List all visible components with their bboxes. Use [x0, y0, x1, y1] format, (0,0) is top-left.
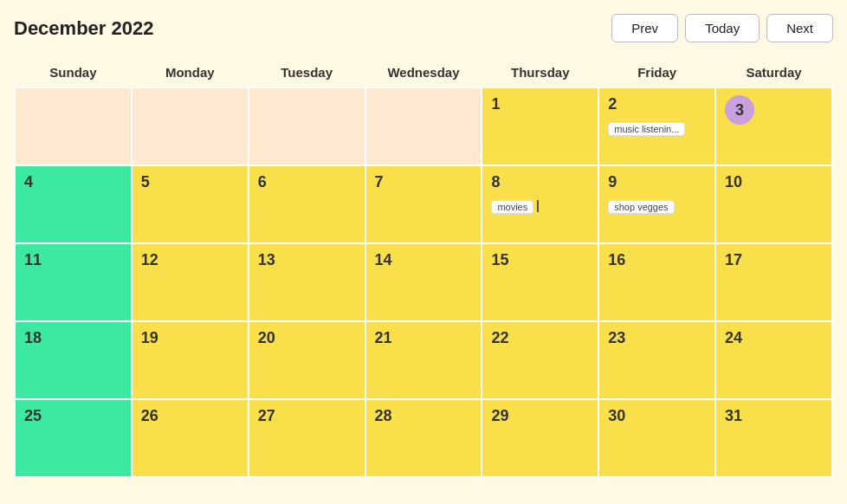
day-number: 12 [141, 251, 158, 268]
day-number: 10 [725, 173, 742, 191]
day-number: 11 [24, 251, 42, 268]
calendar-cell[interactable]: 1 [482, 87, 598, 165]
day-number: 20 [258, 329, 275, 346]
calendar-cell[interactable]: 7 [365, 165, 482, 243]
day-number: 1 [491, 95, 500, 113]
day-number: 28 [375, 407, 392, 424]
weekday-label-wednesday: Wednesday [365, 58, 482, 87]
day-number: 8 [491, 173, 500, 191]
calendar-cell[interactable] [132, 87, 249, 165]
day-number: 7 [375, 173, 384, 191]
calendar-cell[interactable]: 19 [132, 321, 249, 399]
calendar-cell[interactable]: 14 [365, 243, 482, 321]
calendar-cell[interactable]: 29 [482, 399, 598, 477]
weekday-label-sunday: Sunday [15, 58, 132, 87]
calendar-cell[interactable]: 2music listenin... [598, 87, 715, 165]
calendar-cell[interactable]: 18 [15, 321, 132, 399]
calendar-cell[interactable]: 25 [15, 399, 132, 477]
day-number: 18 [24, 329, 42, 346]
calendar-cell[interactable]: 10 [715, 165, 832, 243]
calendar-cell[interactable]: 16 [598, 243, 715, 321]
calendar-cell[interactable] [15, 87, 132, 165]
day-number: 19 [141, 329, 158, 346]
next-button[interactable]: Next [766, 14, 833, 42]
day-number: 2 [608, 95, 617, 113]
day-number: 6 [258, 173, 267, 191]
event-tag[interactable]: music listenin... [608, 122, 685, 136]
calendar-cell[interactable]: 3 [715, 87, 832, 165]
calendar-cell[interactable]: 20 [249, 321, 365, 399]
day-number: 4 [24, 173, 33, 191]
day-number: 15 [491, 251, 508, 268]
today-button[interactable]: Today [685, 14, 760, 42]
calendar-cell[interactable] [249, 87, 365, 165]
day-number: 26 [141, 407, 158, 424]
day-number: 14 [375, 251, 392, 268]
day-number: 9 [608, 173, 617, 191]
calendar-cell[interactable]: 13 [249, 243, 365, 321]
day-number: 29 [491, 407, 508, 424]
weekday-label-thursday: Thursday [482, 58, 598, 87]
calendar-cell[interactable]: 26 [132, 399, 249, 477]
events-container: movies [491, 195, 589, 215]
calendar-cell[interactable]: 31 [715, 399, 832, 477]
calendar-cell[interactable]: 17 [715, 243, 832, 321]
day-number: 24 [725, 329, 742, 346]
day-number: 31 [725, 407, 742, 424]
day-number: 21 [375, 329, 392, 346]
calendar-cell[interactable] [365, 87, 482, 165]
calendar-table: SundayMondayTuesdayWednesdayThursdayFrid… [14, 58, 833, 478]
calendar-cell[interactable]: 8movies [482, 165, 598, 243]
calendar-cell[interactable]: 6 [249, 165, 365, 243]
day-number: 13 [258, 251, 275, 268]
calendar-cell[interactable]: 24 [715, 321, 832, 399]
event-tag[interactable]: shop vegges [608, 200, 674, 214]
calendar-cell[interactable]: 27 [249, 399, 365, 477]
cursor-indicator [537, 200, 544, 212]
calendar-cell[interactable]: 9shop vegges [598, 165, 715, 243]
calendar-cell[interactable]: 4 [15, 165, 132, 243]
calendar-cell[interactable]: 30 [598, 399, 715, 477]
weekday-label-saturday: Saturday [715, 58, 832, 87]
calendar-header: December 2022 Prev Today Next [14, 14, 833, 42]
calendar-cell[interactable]: 15 [482, 243, 598, 321]
weekday-label-tuesday: Tuesday [249, 58, 365, 87]
day-number: 17 [725, 251, 742, 268]
weekday-label-friday: Friday [598, 58, 715, 87]
weekday-label-monday: Monday [132, 58, 249, 87]
calendar-cell[interactable]: 22 [482, 321, 598, 399]
calendar-cell[interactable]: 21 [365, 321, 482, 399]
calendar-cell[interactable]: 5 [132, 165, 249, 243]
calendar-cell[interactable]: 11 [15, 243, 132, 321]
events-container: shop vegges [608, 195, 706, 215]
day-number: 22 [491, 329, 508, 346]
day-number: 5 [141, 173, 150, 191]
events-container: music listenin... [608, 117, 706, 137]
day-number: 30 [608, 407, 625, 424]
event-tag[interactable]: movies [491, 200, 533, 214]
day-number: 23 [608, 329, 625, 346]
day-number: 25 [24, 407, 42, 424]
day-number: 27 [258, 407, 275, 424]
calendar-cell[interactable]: 28 [365, 399, 482, 477]
calendar-cell[interactable]: 12 [132, 243, 249, 321]
prev-button[interactable]: Prev [611, 14, 678, 42]
calendar-cell[interactable]: 23 [598, 321, 715, 399]
nav-buttons: Prev Today Next [611, 14, 833, 42]
day-number: 16 [608, 251, 625, 268]
calendar-title: December 2022 [14, 17, 153, 40]
day-number-circle: 3 [725, 95, 754, 125]
